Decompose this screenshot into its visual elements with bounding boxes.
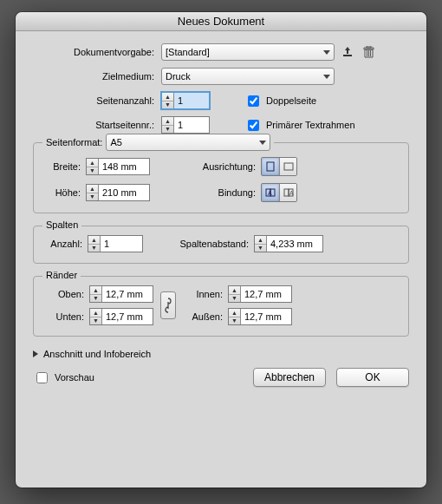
stepper-arrows[interactable]: ▲▼ <box>229 309 241 324</box>
intent-select[interactable]: Druck <box>161 68 335 85</box>
primaryframe-checkbox[interactable]: Primärer Textrahmen <box>244 117 355 134</box>
startpage-input[interactable] <box>174 117 209 133</box>
startpage-stepper[interactable]: ▲▼ <box>161 116 210 134</box>
link-margins-icon[interactable] <box>160 291 176 319</box>
label-intent: Zielmedium: <box>33 71 161 82</box>
facing-checkbox[interactable]: Doppelseite <box>244 93 316 109</box>
label-width: Breite: <box>44 161 86 172</box>
height-stepper[interactable]: ▲▼ <box>86 184 150 201</box>
chevron-down-icon <box>323 50 330 55</box>
inner-input[interactable] <box>241 286 291 302</box>
label-pagecount: Seitenanzahl: <box>33 95 161 106</box>
stepper-arrows[interactable]: ▲▼ <box>255 236 267 252</box>
margins-group: Ränder Oben: ▲▼ Unten: ▲▼ <box>33 276 409 337</box>
intent-value: Druck <box>166 71 191 82</box>
facing-label: Doppelseite <box>266 95 316 106</box>
label-binding: Bindung: <box>150 187 261 198</box>
stepper-arrows[interactable]: ▲▼ <box>229 286 241 302</box>
chevron-down-icon <box>323 75 330 79</box>
outer-input[interactable] <box>241 309 291 324</box>
facing-checkbox-input[interactable] <box>248 95 259 107</box>
binding-right-icon[interactable]: A <box>279 184 296 201</box>
stepper-arrows[interactable]: ▲▼ <box>87 159 99 174</box>
label-colgap: Spaltenabstand: <box>143 239 254 249</box>
preview-checkbox[interactable]: Vorschau <box>33 370 94 386</box>
label-columns: Spalten <box>42 219 81 230</box>
bottom-stepper[interactable]: ▲▼ <box>89 308 153 325</box>
svg-rect-9 <box>284 189 289 196</box>
label-startpage: Startseitennr.: <box>33 120 161 130</box>
inner-stepper[interactable]: ▲▼ <box>228 285 292 303</box>
label-pageformat: Seitenformat: <box>46 137 102 147</box>
stepper-arrows[interactable]: ▲▼ <box>87 185 99 200</box>
stepper-arrows[interactable]: ▲▼ <box>162 117 174 133</box>
width-input[interactable] <box>99 159 149 174</box>
bottom-input[interactable] <box>102 309 153 324</box>
orientation-landscape-icon[interactable] <box>279 158 296 175</box>
cancel-button[interactable]: Abbrechen <box>253 368 326 387</box>
binding-toggle[interactable]: A A <box>261 183 297 202</box>
colcount-stepper[interactable]: ▲▼ <box>88 235 143 252</box>
label-height: Höhe: <box>44 187 86 198</box>
preview-checkbox-input[interactable] <box>36 372 48 383</box>
pageformat-select[interactable]: A5 <box>106 134 270 151</box>
outer-stepper[interactable]: ▲▼ <box>228 308 292 325</box>
dialog-content: Dokumentvorgabe: [Standard] Zielmedium: … <box>16 31 426 401</box>
label-margins: Ränder <box>42 270 81 280</box>
colcount-input[interactable] <box>101 236 142 252</box>
label-top: Oben: <box>44 289 89 299</box>
label-outer: Außen: <box>183 311 228 322</box>
colgap-input[interactable] <box>267 236 322 252</box>
stepper-arrows[interactable]: ▲▼ <box>88 236 101 252</box>
binding-left-icon[interactable]: A <box>262 184 279 201</box>
primaryframe-label: Primärer Textrahmen <box>266 120 355 130</box>
colgap-stepper[interactable]: ▲▼ <box>254 235 323 252</box>
bleed-disclosure[interactable]: Anschnitt und Infobereich <box>33 349 409 359</box>
svg-rect-0 <box>343 55 352 56</box>
triangle-right-icon <box>33 350 38 357</box>
svg-text:A: A <box>289 190 294 196</box>
label-orientation: Ausrichtung: <box>150 161 261 172</box>
label-inner: Innen: <box>183 289 228 299</box>
page-format-group: Seitenformat: A5 Breite: ▲▼ Ausrichtung: <box>33 142 409 213</box>
top-stepper[interactable]: ▲▼ <box>89 285 153 303</box>
stepper-arrows[interactable]: ▲▼ <box>90 309 102 324</box>
columns-group: Spalten Anzahl: ▲▼ Spaltenabstand: ▲▼ <box>33 226 409 264</box>
pagecount-input[interactable] <box>174 93 209 108</box>
label-colcount: Anzahl: <box>44 239 88 249</box>
delete-preset-icon[interactable] <box>361 44 376 60</box>
pageformat-value: A5 <box>110 137 121 147</box>
height-input[interactable] <box>99 185 149 200</box>
pagecount-stepper[interactable]: ▲▼ <box>161 92 210 109</box>
svg-rect-5 <box>284 163 293 170</box>
stepper-arrows[interactable]: ▲▼ <box>162 93 174 108</box>
svg-rect-4 <box>267 162 274 171</box>
width-stepper[interactable]: ▲▼ <box>86 158 150 175</box>
orientation-toggle[interactable] <box>261 157 297 176</box>
dialog-new-document: Neues Dokument Dokumentvorgabe: [Standar… <box>16 12 426 488</box>
window-titlebar: Neues Dokument <box>16 12 426 31</box>
bleed-label: Anschnitt und Infobereich <box>43 349 151 359</box>
preset-select[interactable]: [Standard] <box>161 43 335 61</box>
save-preset-icon[interactable] <box>340 44 355 60</box>
label-preset: Dokumentvorgabe: <box>33 47 161 57</box>
window-title: Neues Dokument <box>178 15 264 28</box>
svg-text:A: A <box>268 190 272 196</box>
stepper-arrows[interactable]: ▲▼ <box>90 286 102 302</box>
chevron-down-icon <box>259 141 266 145</box>
ok-button[interactable]: OK <box>336 368 409 387</box>
label-bottom: Unten: <box>44 311 89 322</box>
top-input[interactable] <box>102 286 153 302</box>
primaryframe-checkbox-input[interactable] <box>248 120 259 131</box>
preset-value: [Standard] <box>166 47 210 57</box>
orientation-portrait-icon[interactable] <box>262 158 279 175</box>
preview-label: Vorschau <box>55 372 94 383</box>
